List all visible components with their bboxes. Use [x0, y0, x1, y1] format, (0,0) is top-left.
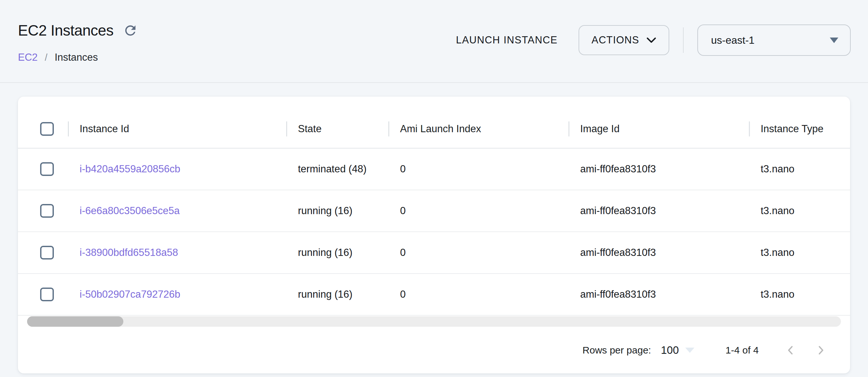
table-body: i-b420a4559a20856cb terminated (48) 0 am…	[18, 149, 850, 316]
state-value: terminated (48)	[298, 163, 367, 175]
region-select[interactable]: us-east-1	[698, 25, 851, 56]
row-cell-ami-launch-index: 0	[388, 274, 568, 315]
row-cell-image-id: ami-ff0fea8310f3	[568, 274, 749, 315]
column-header-image-id[interactable]: Image Id	[568, 110, 749, 148]
select-all-checkbox[interactable]	[40, 122, 54, 136]
state-value: running (16)	[298, 205, 352, 217]
row-cell-state: running (16)	[286, 232, 388, 273]
next-page-button[interactable]	[811, 341, 830, 359]
row-cell-ami-launch-index: 0	[388, 149, 568, 190]
title-row: EC2 Instances	[18, 22, 138, 39]
column-header-label: State	[298, 123, 321, 135]
row-cell-image-id: ami-ff0fea8310f3	[568, 232, 749, 273]
actions-button[interactable]: ACTIONS	[579, 25, 669, 55]
table-row: i-38900bdfd65518a58 running (16) 0 ami-f…	[18, 232, 850, 274]
column-header-label: Image Id	[580, 123, 620, 135]
instance-type-value: t3.nano	[761, 288, 794, 300]
row-cell-image-id: ami-ff0fea8310f3	[568, 190, 749, 231]
row-cell-state: running (16)	[286, 190, 388, 231]
table-row: i-6e6a80c3506e5ce5a running (16) 0 ami-f…	[18, 190, 850, 232]
row-cell-instance-id: i-b420a4559a20856cb	[68, 149, 286, 190]
chevron-right-icon	[815, 345, 826, 356]
previous-page-button[interactable]	[781, 341, 800, 359]
row-checkbox[interactable]	[40, 204, 54, 218]
row-cell-image-id: ami-ff0fea8310f3	[568, 149, 749, 190]
row-checkbox[interactable]	[40, 288, 54, 301]
page-title: EC2 Instances	[18, 22, 114, 39]
row-cell-instance-id: i-6e6a80c3506e5ce5a	[68, 190, 286, 231]
row-cell-checkbox	[18, 149, 68, 190]
row-cell-instance-type: t3.nano	[749, 274, 850, 315]
refresh-button[interactable]	[123, 23, 138, 38]
column-header-instance-id[interactable]: Instance Id	[68, 110, 286, 148]
column-header-label: Instance Id	[80, 123, 129, 135]
row-cell-instance-type: t3.nano	[749, 232, 850, 273]
horizontal-scrollbar-thumb[interactable]	[27, 316, 123, 327]
toolbar-divider	[683, 27, 684, 53]
rows-per-page-select[interactable]: 100	[661, 344, 694, 356]
column-header-instance-type[interactable]: Instance Type	[749, 110, 850, 148]
chevron-down-icon	[646, 37, 656, 43]
image-id-value: ami-ff0fea8310f3	[580, 205, 656, 217]
image-id-value: ami-ff0fea8310f3	[580, 288, 656, 300]
pagination-range: 1-4 of 4	[725, 345, 759, 356]
row-cell-checkbox	[18, 190, 68, 231]
breadcrumb-ec2-link[interactable]: EC2	[18, 52, 37, 63]
pagination: Rows per page: 100 1-4 of 4	[18, 327, 850, 373]
header-cell-checkbox	[18, 110, 68, 148]
instance-id-link[interactable]: i-b420a4559a20856cb	[80, 163, 181, 175]
instances-table-card: Instance Id State Ami Launch Index Image…	[18, 97, 850, 373]
breadcrumb: EC2 / Instances	[18, 52, 98, 63]
table-row: i-b420a4559a20856cb terminated (48) 0 am…	[18, 149, 850, 190]
row-checkbox[interactable]	[40, 162, 54, 176]
ec2-instances-page: EC2 Instances EC2 / Instances LAUNCH INS…	[0, 0, 868, 377]
horizontal-scrollbar-area	[18, 316, 850, 327]
column-header-ami-launch-index[interactable]: Ami Launch Index	[388, 110, 568, 148]
header-divider	[0, 82, 868, 83]
toolbar: LAUNCH INSTANCE ACTIONS us-east-1	[453, 24, 851, 56]
row-cell-checkbox	[18, 232, 68, 273]
region-select-value: us-east-1	[711, 34, 754, 46]
state-value: running (16)	[298, 288, 352, 300]
rows-per-page-caret-icon	[685, 348, 694, 353]
breadcrumb-separator: /	[45, 52, 47, 63]
image-id-value: ami-ff0fea8310f3	[580, 247, 656, 258]
ami-launch-index-value: 0	[400, 163, 406, 175]
ami-launch-index-value: 0	[400, 205, 406, 217]
row-cell-checkbox	[18, 274, 68, 315]
instance-id-link[interactable]: i-38900bdfd65518a58	[80, 247, 178, 258]
row-cell-instance-id: i-38900bdfd65518a58	[68, 232, 286, 273]
instance-type-value: t3.nano	[761, 247, 794, 258]
actions-button-label: ACTIONS	[592, 34, 639, 46]
row-cell-ami-launch-index: 0	[388, 190, 568, 231]
row-cell-state: terminated (48)	[286, 149, 388, 190]
row-cell-ami-launch-index: 0	[388, 232, 568, 273]
launch-instance-button[interactable]: LAUNCH INSTANCE	[453, 34, 560, 46]
instance-type-value: t3.nano	[761, 205, 794, 217]
instance-id-link[interactable]: i-6e6a80c3506e5ce5a	[80, 205, 180, 217]
rows-per-page-label: Rows per page:	[583, 345, 651, 356]
chevron-left-icon	[785, 345, 796, 356]
state-value: running (16)	[298, 247, 352, 258]
ami-launch-index-value: 0	[400, 247, 406, 258]
rows-per-page-value: 100	[661, 344, 679, 356]
row-cell-instance-type: t3.nano	[749, 190, 850, 231]
row-checkbox[interactable]	[40, 246, 54, 259]
instance-type-value: t3.nano	[761, 163, 794, 175]
row-cell-instance-type: t3.nano	[749, 149, 850, 190]
column-header-label: Instance Type	[761, 123, 823, 135]
column-header-state[interactable]: State	[286, 110, 388, 148]
region-select-caret-icon	[830, 37, 838, 43]
breadcrumb-current: Instances	[55, 52, 98, 63]
horizontal-scrollbar-track[interactable]	[27, 316, 841, 327]
ami-launch-index-value: 0	[400, 288, 406, 300]
row-cell-state: running (16)	[286, 274, 388, 315]
column-header-label: Ami Launch Index	[400, 123, 481, 135]
row-cell-instance-id: i-50b02907ca792726b	[68, 274, 286, 315]
table-row: i-50b02907ca792726b running (16) 0 ami-f…	[18, 274, 850, 316]
image-id-value: ami-ff0fea8310f3	[580, 163, 656, 175]
table-header-row: Instance Id State Ami Launch Index Image…	[18, 110, 850, 149]
refresh-icon	[123, 23, 138, 38]
instance-id-link[interactable]: i-50b02907ca792726b	[80, 288, 181, 300]
